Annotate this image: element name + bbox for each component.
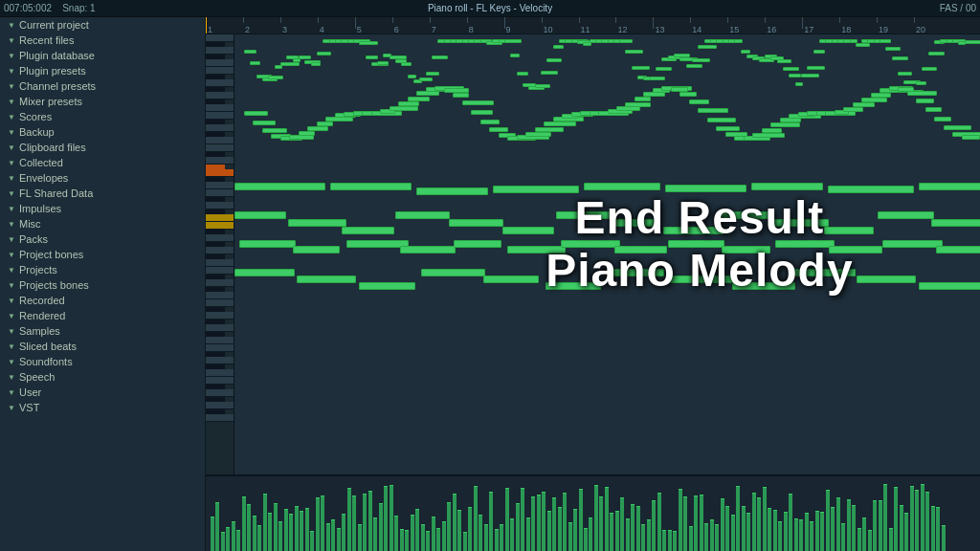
note-226[interactable] (239, 240, 296, 248)
note-204[interactable] (584, 183, 660, 190)
piano-key-9[interactable] (206, 92, 234, 99)
note-20[interactable] (366, 55, 378, 59)
sidebar-item-misc[interactable]: ▼Misc (0, 216, 205, 231)
piano-key-31[interactable] (206, 234, 234, 242)
note-128[interactable] (317, 121, 333, 126)
note-89[interactable] (783, 67, 799, 71)
note-238[interactable] (882, 240, 943, 248)
note-111[interactable] (916, 81, 926, 85)
note-113[interactable] (928, 52, 945, 55)
piano-key-55[interactable] (206, 389, 234, 397)
note-197[interactable] (944, 125, 972, 130)
note-230[interactable] (454, 240, 501, 248)
note-176[interactable] (752, 133, 785, 138)
note-246[interactable] (608, 269, 664, 276)
note-127[interactable] (307, 126, 327, 131)
note-45[interactable] (517, 72, 529, 76)
note-145[interactable] (471, 110, 492, 115)
note-64[interactable] (632, 66, 651, 70)
note-170[interactable] (698, 108, 728, 113)
note-67[interactable] (650, 77, 665, 80)
note-11[interactable] (311, 62, 321, 66)
note-247[interactable] (670, 276, 736, 283)
note-199[interactable] (962, 135, 981, 140)
sidebar-item-plugin-database[interactable]: ▼Plugin database (0, 48, 205, 63)
note-22[interactable] (377, 61, 389, 65)
piano-key-50[interactable] (206, 357, 234, 364)
note-161[interactable] (616, 106, 640, 111)
note-49[interactable] (541, 71, 558, 75)
note-4[interactable] (268, 76, 282, 79)
note-146[interactable] (480, 120, 501, 124)
sidebar-item-projects-bones[interactable]: ▼Projects bones (0, 277, 205, 293)
note-151[interactable] (525, 132, 551, 137)
note-233[interactable] (614, 246, 667, 253)
note-24[interactable] (390, 55, 407, 59)
note-242[interactable] (359, 282, 415, 290)
piano-key-23[interactable] (206, 182, 234, 189)
note-162[interactable] (625, 102, 651, 107)
note-215[interactable] (395, 211, 450, 219)
note-188[interactable] (861, 98, 887, 102)
sidebar-item-sliced-beats[interactable]: ▼Sliced beats (0, 339, 205, 354)
note-6[interactable] (280, 62, 300, 66)
note-29[interactable] (419, 77, 433, 81)
piano-key-57[interactable] (206, 402, 234, 409)
sidebar-item-collected[interactable]: ▼Collected (0, 155, 205, 170)
sidebar[interactable]: ▼Current project▼Recent files▼Plugin dat… (0, 17, 206, 551)
note-94[interactable] (813, 50, 825, 54)
note-9[interactable] (299, 55, 311, 59)
note-248[interactable] (732, 282, 795, 290)
piano-key-24[interactable] (206, 189, 234, 197)
note-200[interactable] (234, 183, 325, 190)
note-220[interactable] (663, 227, 724, 234)
note-43[interactable] (504, 39, 522, 43)
note-1[interactable] (250, 61, 260, 65)
note-225[interactable] (931, 219, 980, 227)
note-122[interactable] (262, 128, 287, 133)
note-44[interactable] (510, 54, 520, 57)
note-26[interactable] (401, 62, 411, 66)
note-63[interactable] (625, 50, 642, 54)
note-244[interactable] (483, 276, 539, 283)
piano-key-21[interactable] (206, 169, 234, 177)
note-137[interactable] (398, 101, 419, 106)
sidebar-item-fl-shared-data[interactable]: ▼FL Shared Data (0, 186, 205, 201)
piano-key-26[interactable] (206, 202, 234, 209)
note-227[interactable] (293, 246, 340, 253)
piano-key-47[interactable] (206, 337, 234, 344)
note-93[interactable] (807, 66, 825, 70)
piano-key-17[interactable] (206, 144, 234, 152)
note-187[interactable] (853, 102, 875, 107)
note-168[interactable] (679, 92, 697, 97)
note-232[interactable] (561, 240, 620, 248)
note-90[interactable] (789, 74, 800, 77)
piano-key-59[interactable] (206, 414, 234, 422)
piano-key-28[interactable] (206, 214, 234, 222)
piano-key-36[interactable] (206, 267, 234, 275)
sidebar-item-plugin-presets[interactable]: ▼Plugin presets (0, 63, 205, 78)
note-236[interactable] (775, 240, 835, 248)
note-19[interactable] (359, 41, 378, 45)
note-217[interactable] (502, 227, 554, 234)
note-235[interactable] (722, 246, 770, 253)
note-68[interactable] (656, 67, 671, 71)
note-88[interactable] (777, 59, 791, 63)
note-234[interactable] (668, 240, 724, 248)
sidebar-item-speech[interactable]: ▼Speech (0, 369, 205, 385)
sidebar-item-vst[interactable]: ▼VST (0, 400, 205, 415)
note-177[interactable] (762, 128, 782, 133)
piano-key-4[interactable] (206, 59, 234, 67)
piano-key-53[interactable] (206, 377, 234, 385)
note-201[interactable] (330, 183, 412, 190)
note-251[interactable] (919, 282, 980, 290)
note-212[interactable] (234, 211, 286, 219)
sidebar-item-recorded[interactable]: ▼Recorded (0, 293, 205, 308)
note-120[interactable] (244, 111, 268, 116)
notes-area[interactable]: End Result Piano Melody (234, 34, 980, 474)
piano-key-16[interactable] (206, 137, 234, 144)
note-138[interactable] (408, 97, 430, 101)
note-169[interactable] (689, 99, 709, 104)
note-171[interactable] (707, 118, 736, 122)
note-12[interactable] (317, 52, 331, 55)
